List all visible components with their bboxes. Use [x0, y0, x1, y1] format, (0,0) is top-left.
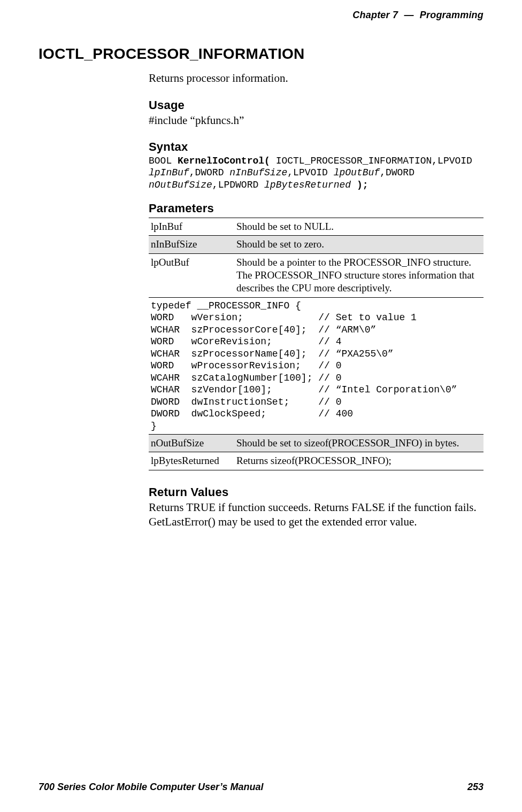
table-row: lpOutBuf Should be a pointer to the PROC…	[149, 253, 483, 297]
param-name: nInBufSize	[149, 236, 234, 253]
table-row: nOutBufSize Should be set to sizeof(PROC…	[149, 435, 483, 452]
chapter-number: 7	[393, 10, 398, 20]
syntax-token: nInBufSize	[229, 167, 287, 178]
param-desc: Should be set to NULL.	[234, 218, 483, 236]
param-name: lpOutBuf	[149, 253, 234, 297]
table-row: nInBufSize Should be set to zero.	[149, 236, 483, 253]
header-dash: —	[401, 10, 417, 20]
param-name: lpBytesReturned	[149, 452, 234, 470]
return-values-text: Returns TRUE if function succeeds. Retur…	[149, 500, 483, 530]
page-footer: 700 Series Color Mobile Computer User’s …	[39, 782, 483, 793]
table-row-code: typedef __PROCESSOR_INFO { WORD wVersion…	[149, 297, 483, 435]
syntax-token: nOutBufSize	[149, 180, 212, 190]
parameters-heading: Parameters	[149, 202, 483, 215]
table-row: lpBytesReturned Returns sizeof(PROCESSOR…	[149, 452, 483, 470]
param-desc: Should be set to sizeof(PROCESSOR_INFO) …	[234, 435, 483, 452]
syntax-token: ,LPVOID	[287, 167, 333, 178]
processor-info-struct: typedef __PROCESSOR_INFO { WORD wVersion…	[151, 300, 480, 432]
param-name: lpInBuf	[149, 218, 234, 236]
syntax-token: KernelIoControl(	[178, 156, 276, 166]
param-desc: Returns sizeof(PROCESSOR_INFO);	[234, 452, 483, 470]
chapter-label: Chapter	[352, 10, 389, 20]
manual-title: 700 Series Color Mobile Computer User’s …	[39, 782, 263, 793]
syntax-token: );	[351, 180, 368, 190]
syntax-token: lpOutBuf	[334, 167, 380, 178]
return-values-heading: Return Values	[149, 485, 483, 499]
usage-text: #include “pkfuncs.h”	[149, 113, 483, 128]
syntax-block: BOOL KernelIoControl( IOCTL_PROCESSOR_IN…	[149, 155, 483, 191]
param-name: nOutBufSize	[149, 435, 234, 452]
page-number: 253	[467, 782, 483, 793]
topic-intro: Returns processor information.	[149, 71, 483, 86]
param-code-cell: typedef __PROCESSOR_INFO { WORD wVersion…	[149, 297, 483, 435]
table-row: lpInBuf Should be set to NULL.	[149, 218, 483, 236]
syntax-token: ,DWORD	[189, 167, 230, 178]
usage-heading: Usage	[149, 98, 483, 112]
page: Chapter 7 — Programming IOCTL_PROCESSOR_…	[0, 0, 522, 812]
topic-title: IOCTL_PROCESSOR_INFORMATION	[39, 45, 483, 63]
param-desc: Should be set to zero.	[234, 236, 483, 253]
syntax-token: IOCTL_PROCESSOR_INFORMATION,LPVOID	[276, 156, 478, 166]
syntax-token: ,DWORD	[380, 167, 420, 178]
syntax-token: ,LPDWORD	[212, 180, 264, 190]
syntax-token: lpInBuf	[149, 167, 189, 178]
parameters-table: lpInBuf Should be set to NULL. nInBufSiz…	[149, 218, 483, 470]
param-desc: Should be a pointer to the PROCESSOR_INF…	[234, 253, 483, 297]
chapter-title: Programming	[420, 10, 483, 20]
syntax-token: lpBytesReturned	[264, 180, 351, 190]
running-header: Chapter 7 — Programming	[39, 10, 483, 21]
content-block: Returns processor information. Usage #in…	[149, 71, 483, 529]
syntax-token: BOOL	[149, 156, 178, 166]
syntax-heading: Syntax	[149, 140, 483, 154]
